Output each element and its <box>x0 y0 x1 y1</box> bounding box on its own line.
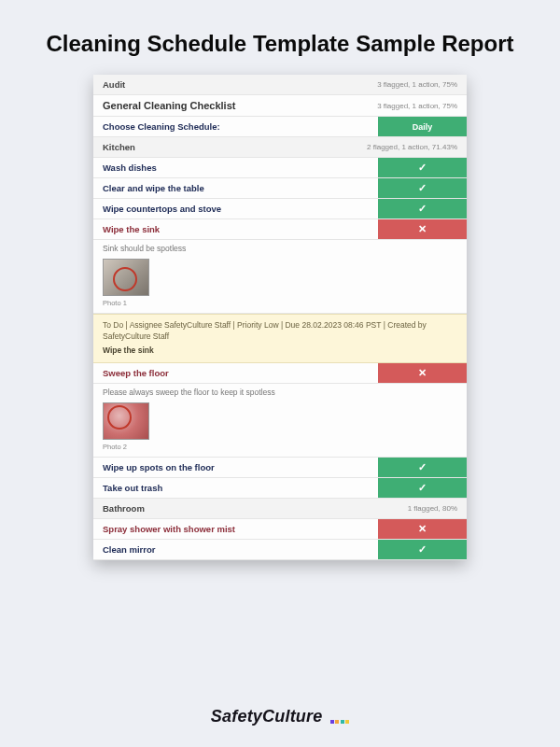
check-icon: ✓ <box>378 458 467 477</box>
item-label: Wipe countertops and stove <box>93 199 378 218</box>
photo-caption: Photo 1 <box>103 299 457 307</box>
evidence-photo <box>103 259 149 296</box>
item-label: Spray shower with shower mist <box>93 519 378 539</box>
checklist-item: Spray shower with shower mist ✕ <box>93 519 467 540</box>
photo-caption: Photo 2 <box>103 443 457 451</box>
cross-icon: ✕ <box>378 519 467 539</box>
item-note: Please always sweep the floor to keep it… <box>93 384 467 399</box>
item-label: Take out trash <box>93 478 378 498</box>
checklist-item: Clear and wipe the table ✓ <box>93 178 467 199</box>
item-label: Sweep the floor <box>93 363 378 383</box>
schedule-label: Choose Cleaning Schedule: <box>93 117 378 136</box>
cross-icon: ✕ <box>378 363 467 383</box>
item-label: Wipe up spots on the floor <box>93 458 378 477</box>
check-icon: ✓ <box>378 540 467 559</box>
kitchen-header: Kitchen 2 flagged, 1 action, 71.43% <box>93 137 467 158</box>
kitchen-label: Kitchen <box>93 137 357 157</box>
action-box: To Do | Assignee SafetyCulture Staff | P… <box>93 314 467 363</box>
checklist-item: Wash dishes ✓ <box>93 158 467 178</box>
schedule-value: Daily <box>378 117 467 136</box>
bathroom-label: Bathroom <box>93 499 399 518</box>
kitchen-meta: 2 flagged, 1 action, 71.43% <box>357 138 467 156</box>
checklist-item: Wipe countertops and stove ✓ <box>93 199 467 219</box>
checklist-meta: 3 flagged, 1 action, 75% <box>368 97 467 115</box>
schedule-row: Choose Cleaning Schedule: Daily <box>93 117 467 137</box>
checklist-header: General Cleaning Checklist 3 flagged, 1 … <box>93 95 467 117</box>
item-label: Wash dishes <box>93 158 378 177</box>
checklist-item: Take out trash ✓ <box>93 478 467 499</box>
cross-icon: ✕ <box>378 219 467 239</box>
checklist-item: Clean mirror ✓ <box>93 540 467 560</box>
action-meta: To Do | Assignee SafetyCulture Staff | P… <box>103 320 457 343</box>
photo-block: Photo 1 <box>93 255 467 314</box>
audit-label: Audit <box>93 75 368 94</box>
item-label: Clean mirror <box>93 540 378 559</box>
check-icon: ✓ <box>378 158 467 177</box>
action-title: Wipe the sink <box>103 345 457 357</box>
checklist-item: Wipe up spots on the floor ✓ <box>93 458 467 478</box>
item-label: Wipe the sink <box>93 219 378 239</box>
audit-header: Audit 3 flagged, 1 action, 75% <box>93 75 467 95</box>
item-note: Sink should be spotless <box>93 240 467 255</box>
check-icon: ✓ <box>378 478 467 498</box>
bathroom-header: Bathroom 1 flagged, 80% <box>93 499 467 519</box>
checklist-item: Sweep the floor ✕ <box>93 363 467 384</box>
bathroom-meta: 1 flagged, 80% <box>399 500 467 517</box>
brand-dots-icon <box>330 720 350 724</box>
brand-logo: SafetyCulture <box>0 707 560 726</box>
report-card: Audit 3 flagged, 1 action, 75% General C… <box>93 75 467 560</box>
evidence-photo <box>103 402 149 440</box>
checklist-item: Wipe the sink ✕ <box>93 219 467 240</box>
audit-meta: 3 flagged, 1 action, 75% <box>368 76 467 93</box>
check-icon: ✓ <box>378 178 467 198</box>
item-label: Clear and wipe the table <box>93 178 378 198</box>
brand-text: SafetyCulture <box>211 707 323 726</box>
checklist-label: General Cleaning Checklist <box>93 95 368 116</box>
photo-block: Photo 2 <box>93 399 467 458</box>
page-title: Cleaning Schedule Template Sample Report <box>0 0 560 75</box>
check-icon: ✓ <box>378 199 467 218</box>
